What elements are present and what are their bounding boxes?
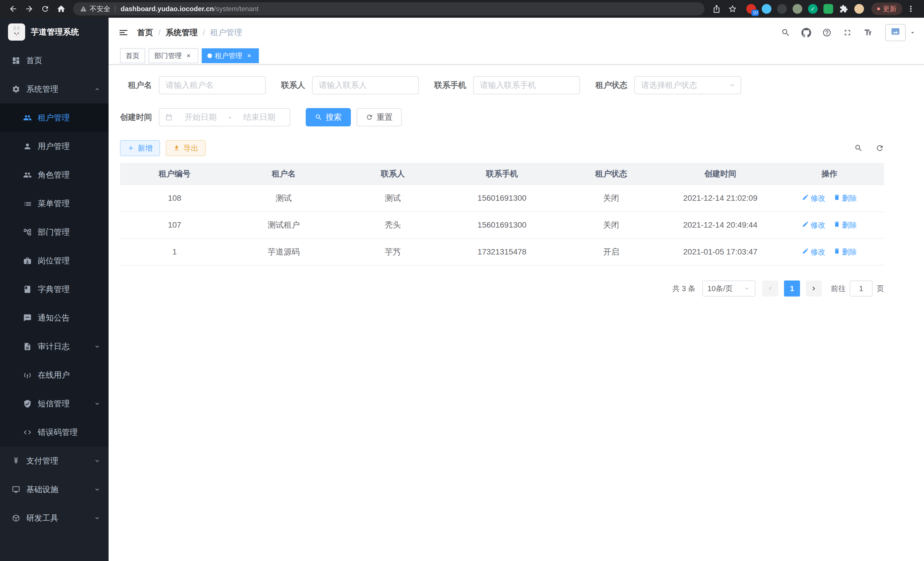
- table-row: 108测试测试15601691300关闭2021-12-14 21:02:09修…: [120, 185, 884, 212]
- table-row: 107测试租户秃头15601691300关闭2021-12-14 20:49:4…: [120, 212, 884, 238]
- user-avatar[interactable]: [885, 24, 906, 41]
- toolbar-right: [854, 144, 884, 152]
- fullscreen-icon[interactable]: [838, 23, 856, 42]
- breadcrumb-item-首页[interactable]: 首页: [137, 27, 153, 38]
- profile-avatar-icon[interactable]: [854, 4, 864, 14]
- sidebar-toggle-icon[interactable]: [114, 23, 133, 42]
- chevron-down-icon: [94, 486, 100, 493]
- browser-refresh-icon[interactable]: [38, 2, 52, 16]
- cell-id: 107: [120, 212, 229, 238]
- tab-部门管理[interactable]: 部门管理×: [148, 48, 198, 63]
- update-dot: [877, 8, 880, 10]
- share-icon[interactable]: [709, 2, 724, 16]
- browser-back-icon[interactable]: [6, 2, 21, 16]
- cell-name: 芋道源码: [229, 238, 338, 265]
- calendar-icon: [165, 114, 172, 121]
- prev-page-icon[interactable]: [762, 281, 778, 296]
- avatar-caret-down-icon[interactable]: [909, 29, 916, 36]
- sidebar-item-在线用户[interactable]: 在线用户: [0, 361, 109, 390]
- sidebar-item-用户管理[interactable]: 用户管理: [0, 132, 109, 161]
- reset-button[interactable]: 重置: [357, 108, 402, 126]
- goto-page-input[interactable]: [850, 281, 873, 296]
- create-time-range-picker[interactable]: 开始日期 - 结束日期: [159, 108, 290, 126]
- add-button[interactable]: 新增: [120, 140, 160, 156]
- cell-created: 2021-12-14 21:02:09: [666, 185, 775, 212]
- edit-link[interactable]: 修改: [802, 193, 825, 203]
- sidebar-item-租户管理[interactable]: 租户管理: [0, 104, 109, 132]
- download-icon: [173, 145, 180, 152]
- sidebar-item-首页[interactable]: 首页: [0, 46, 109, 75]
- extension-icon-sage[interactable]: [793, 4, 802, 14]
- url-bar[interactable]: 不安全 dashboard.yudao.iocoder.cn/system/te…: [73, 2, 705, 15]
- sidebar-item-短信管理[interactable]: 短信管理: [0, 390, 109, 418]
- sidebar-item-支付管理[interactable]: 支付管理: [0, 447, 109, 475]
- sidebar-menu: 首页系统管理租户管理用户管理角色管理菜单管理部门管理岗位管理字典管理通知公告审计…: [0, 46, 109, 561]
- column-header-租户状态: 租户状态: [556, 163, 666, 185]
- delete-link[interactable]: 删除: [833, 220, 857, 230]
- toggle-search-icon[interactable]: [854, 144, 863, 152]
- data-table: 租户编号租户名联系人联系手机租户状态创建时间操作 108测试测试15601691…: [120, 163, 884, 266]
- extension-icon-red[interactable]: 10: [746, 4, 756, 14]
- font-size-icon[interactable]: [859, 23, 877, 42]
- extension-icon-dark[interactable]: [777, 4, 787, 14]
- sidebar-item-审计日志[interactable]: 审计日志: [0, 332, 109, 361]
- next-page-icon[interactable]: [806, 281, 822, 296]
- export-button[interactable]: 导出: [166, 140, 206, 156]
- sidebar-item-部门管理[interactable]: 部门管理: [0, 218, 109, 247]
- contact-field: 联系人: [281, 76, 419, 94]
- chevron-up-icon: [94, 86, 100, 93]
- edit-icon: [802, 194, 809, 203]
- yen-icon: [11, 456, 21, 465]
- delete-link[interactable]: 删除: [833, 193, 857, 203]
- update-button[interactable]: 更新: [872, 3, 902, 15]
- cell-created: 2021-12-14 20:49:44: [666, 212, 775, 238]
- search-button[interactable]: 搜索: [306, 108, 351, 126]
- sidebar-item-通知公告[interactable]: 通知公告: [0, 304, 109, 332]
- cell-phone: 15601691300: [447, 185, 556, 212]
- contact-input[interactable]: [312, 76, 419, 94]
- delete-link[interactable]: 删除: [833, 247, 857, 257]
- sidebar-item-岗位管理[interactable]: 岗位管理: [0, 247, 109, 275]
- edit-link[interactable]: 修改: [802, 247, 825, 257]
- sidebar-item-错误码管理[interactable]: 错误码管理: [0, 418, 109, 447]
- sidebar-item-基础设施[interactable]: 基础设施: [0, 475, 109, 504]
- browser-home-icon[interactable]: [54, 2, 69, 16]
- tab-租户管理[interactable]: 租户管理×: [202, 48, 259, 63]
- tab-首页[interactable]: 首页: [120, 48, 145, 63]
- browser-menu-icon[interactable]: [903, 2, 918, 16]
- tenant-name-input[interactable]: [159, 76, 266, 94]
- edit-link[interactable]: 修改: [802, 220, 825, 230]
- sidebar-item-角色管理[interactable]: 角色管理: [0, 161, 109, 189]
- page-number-1[interactable]: 1: [784, 281, 800, 296]
- github-icon[interactable]: [797, 23, 815, 42]
- list-icon: [23, 199, 32, 208]
- extension-icon-green-check[interactable]: ✓: [808, 4, 818, 14]
- tree-icon: [23, 228, 32, 237]
- refresh-table-icon[interactable]: [875, 144, 884, 152]
- tenant-status-select[interactable]: 请选择租户状态: [634, 76, 741, 94]
- cell-contact: 芋艿: [338, 238, 447, 265]
- column-header-联系人: 联系人: [338, 163, 447, 185]
- header-search-icon[interactable]: [777, 23, 795, 42]
- shield-icon: [23, 399, 32, 408]
- extension-icon-blue[interactable]: [762, 4, 771, 14]
- sidebar-item-字典管理[interactable]: 字典管理: [0, 275, 109, 304]
- bookmark-star-icon[interactable]: [725, 2, 740, 16]
- pager: 1: [762, 281, 822, 296]
- page-size-select[interactable]: 10条/页: [702, 281, 755, 296]
- browser-forward-icon[interactable]: [22, 2, 37, 16]
- phone-input[interactable]: [473, 76, 580, 94]
- sidebar-item-菜单管理[interactable]: 菜单管理: [0, 189, 109, 218]
- extension-icon-green-chat[interactable]: [824, 4, 833, 14]
- tab-close-icon[interactable]: ×: [245, 52, 253, 60]
- help-icon[interactable]: [818, 23, 836, 42]
- status-field: 租户状态 请选择租户状态: [596, 76, 741, 94]
- sidebar-item-系统管理[interactable]: 系统管理: [0, 75, 109, 104]
- tags-bar: 首页部门管理×租户管理×: [109, 47, 924, 65]
- trash-icon: [833, 221, 840, 230]
- tab-close-icon[interactable]: ×: [184, 52, 193, 60]
- breadcrumb-item-系统管理[interactable]: 系统管理: [166, 27, 198, 38]
- extensions-puzzle-icon[interactable]: [839, 4, 849, 14]
- column-header-租户名: 租户名: [229, 163, 338, 185]
- sidebar-item-研发工具[interactable]: 研发工具: [0, 504, 109, 532]
